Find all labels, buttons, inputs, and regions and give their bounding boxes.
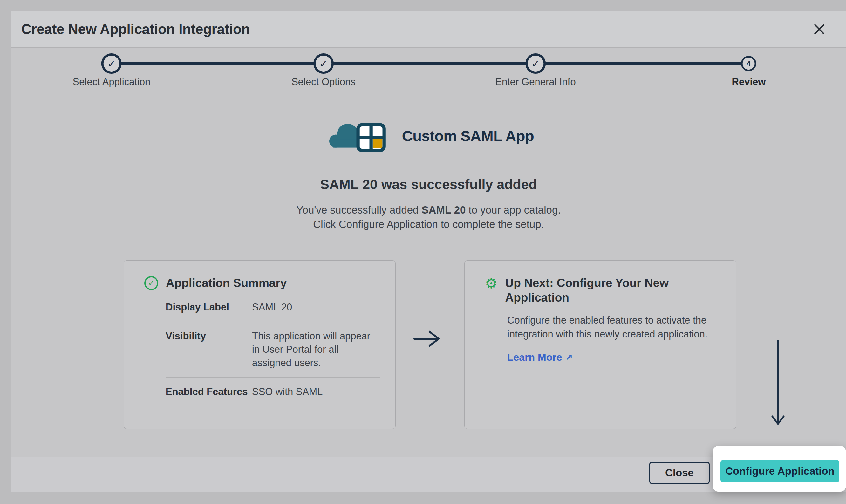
success-subtext: You've successfully added SAML 20 to you… <box>11 203 846 231</box>
step-complete-icon: ✓ <box>525 53 546 74</box>
close-icon[interactable] <box>809 19 829 39</box>
configure-application-button[interactable]: Configure Application <box>720 460 839 482</box>
step-number-icon: 4 <box>741 56 756 71</box>
step-circle-slot: ✓ <box>102 53 122 74</box>
close-button[interactable]: Close <box>649 462 710 484</box>
modal-title: Create New Application Integration <box>21 21 250 37</box>
step-select-options: ✓ Select Options <box>291 53 356 88</box>
subtext-app-name: SAML 20 <box>422 204 466 216</box>
step-label: Select Application <box>73 76 151 88</box>
summary-table: Display Label SAML 20 Visibility This ap… <box>166 293 380 406</box>
step-review: 4 Review <box>732 53 766 88</box>
create-app-integration-modal: Create New Application Integration ✓ Sel… <box>11 11 846 492</box>
up-next-card-title: Up Next: Configure Your New Application <box>505 276 670 305</box>
up-next-card-body: Configure the enabled features to activa… <box>507 313 723 341</box>
learn-more-link[interactable]: Learn More ↗ <box>507 352 573 363</box>
table-row: Enabled Features SSO with SAML <box>166 378 380 406</box>
table-row: Visibility This application will appear … <box>166 322 380 378</box>
close-x-glyph <box>813 22 826 36</box>
subtext-suffix: to your app catalog. <box>466 204 561 216</box>
check-icon: ✓ <box>148 279 155 287</box>
step-circle-slot: ✓ <box>525 53 546 74</box>
app-logo-label: Custom SAML App <box>402 127 534 145</box>
modal-header: Create New Application Integration <box>11 11 846 48</box>
check-icon: ✓ <box>531 58 540 69</box>
up-next-card-header: ⚙ Up Next: Configure Your New Applicatio… <box>485 276 670 305</box>
summary-row-value: SAML 20 <box>252 301 380 314</box>
success-heading: SAML 20 was successfully added <box>11 177 846 192</box>
summary-row-value: SSO with SAML <box>252 385 380 398</box>
subtext-prefix: You've successfully added <box>296 204 422 216</box>
spotlight-highlight: Configure Application <box>713 446 846 492</box>
custom-saml-app-icon <box>323 119 395 152</box>
application-summary-card: ✓ Application Summary Display Label SAML… <box>124 260 396 429</box>
step-label: Select Options <box>291 76 356 88</box>
subtext-line1: You've successfully added SAML 20 to you… <box>11 203 846 217</box>
external-link-icon: ↗ <box>565 353 572 362</box>
summary-row-label: Visibility <box>166 329 252 343</box>
step-circle-slot: ✓ <box>313 53 334 74</box>
step-select-application: ✓ Select Application <box>73 53 151 88</box>
success-check-icon: ✓ <box>144 276 158 290</box>
step-label: Review <box>732 76 766 88</box>
step-circle-slot: 4 <box>741 53 756 74</box>
gear-icon: ⚙ <box>485 276 497 290</box>
step-number: 4 <box>746 60 751 68</box>
summary-row-label: Display Label <box>166 301 252 314</box>
learn-more-label: Learn More <box>507 352 562 363</box>
check-icon: ✓ <box>107 58 116 69</box>
table-row: Display Label SAML 20 <box>166 293 380 322</box>
summary-row-value: This application will appear in User Por… <box>252 329 380 370</box>
step-complete-icon: ✓ <box>313 53 334 74</box>
step-label: Enter General Info <box>495 76 576 88</box>
stepper-track <box>111 62 749 65</box>
summary-card-title: Application Summary <box>166 276 287 290</box>
check-icon: ✓ <box>319 58 328 69</box>
up-next-card: ⚙ Up Next: Configure Your New Applicatio… <box>464 260 736 429</box>
summary-row-label: Enabled Features <box>166 385 252 398</box>
summary-card-header: ✓ Application Summary <box>144 276 287 290</box>
step-complete-icon: ✓ <box>102 53 122 74</box>
app-logo: Custom SAML App <box>11 119 846 152</box>
arrow-down-icon <box>769 339 788 430</box>
step-enter-general-info: ✓ Enter General Info <box>495 53 576 88</box>
screen: Create New Application Integration ✓ Sel… <box>0 0 846 504</box>
arrow-right-icon <box>412 329 443 350</box>
subtext-line2: Click Configure Application to complete … <box>11 217 846 231</box>
